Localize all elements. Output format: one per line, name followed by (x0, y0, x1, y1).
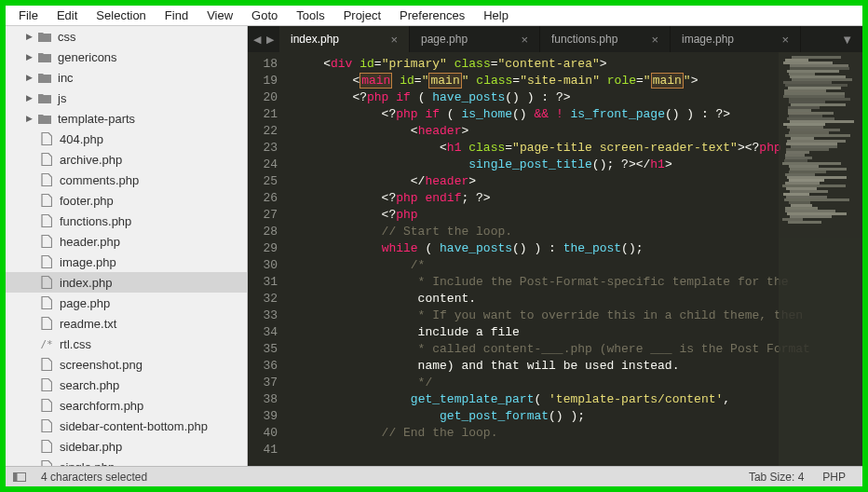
folder-template-parts[interactable]: ▶template-parts (6, 108, 247, 129)
expand-arrow-icon[interactable]: ▶ (26, 32, 37, 41)
file-archive-php[interactable]: archive.php (6, 149, 247, 170)
tab-nav: ◀ ▶ (248, 26, 279, 52)
tree-item-label: genericons (58, 50, 117, 64)
expand-arrow-icon[interactable]: ▶ (26, 73, 37, 82)
menu-view[interactable]: View (197, 7, 242, 24)
file-icon (39, 153, 54, 166)
file-single-php[interactable]: single.php (6, 457, 247, 466)
menu-selection[interactable]: Selection (87, 7, 155, 24)
file-sidebar-php[interactable]: sidebar.php (6, 436, 247, 457)
file-rtl-css[interactable]: /*rtl.css (6, 334, 247, 354)
folder-icon (37, 32, 52, 42)
close-icon[interactable]: × (651, 33, 658, 47)
menu-project[interactable]: Project (334, 7, 390, 24)
tree-item-label: footer.php (60, 194, 114, 208)
tab-nav-back-icon[interactable]: ◀ (253, 34, 261, 46)
tree-item-label: comments.php (60, 173, 139, 187)
tree-item-label: index.php (60, 276, 112, 290)
folder-icon (37, 52, 52, 62)
file-icon (39, 399, 54, 412)
close-icon[interactable]: × (781, 33, 789, 47)
menu-file[interactable]: File (9, 7, 47, 24)
tree-item-label: screenshot.png (60, 358, 142, 372)
menu-edit[interactable]: Edit (47, 7, 87, 24)
file-page-php[interactable]: page.php (6, 293, 247, 313)
tab-nav-forward-icon[interactable]: ▶ (266, 34, 274, 46)
tree-item-label: page.php (60, 296, 110, 310)
menu-goto[interactable]: Goto (242, 7, 287, 24)
tab-index-php[interactable]: index.php× (279, 26, 410, 52)
file-tree[interactable]: ▶css▶genericons▶inc▶js▶template-parts404… (6, 26, 248, 466)
tree-item-label: search.php (60, 378, 119, 392)
tree-item-label: rtl.css (60, 337, 91, 351)
menu-help[interactable]: Help (474, 7, 518, 24)
folder-icon (37, 114, 52, 124)
tree-item-label: sidebar.php (60, 440, 122, 454)
close-icon[interactable]: × (390, 33, 398, 47)
tree-item-label: 404.php (60, 132, 103, 146)
file-screenshot-png[interactable]: screenshot.png (6, 354, 247, 375)
file-readme-txt[interactable]: readme.txt (6, 313, 247, 334)
code-editor[interactable]: <div id="primary" class="content-area"> … (287, 52, 862, 466)
folder-icon (37, 93, 52, 103)
file-icon (39, 132, 54, 145)
tab-label: image.php (682, 33, 734, 46)
tree-item-label: js (58, 91, 66, 105)
file-header-php[interactable]: header.php (6, 231, 247, 252)
status-tabsize[interactable]: Tab Size: 4 (739, 471, 813, 484)
folder-genericons[interactable]: ▶genericons (6, 47, 247, 67)
file-icon (39, 255, 54, 268)
menu-find[interactable]: Find (156, 7, 197, 24)
file-search-php[interactable]: search.php (6, 375, 247, 395)
folder-css[interactable]: ▶css (6, 26, 247, 47)
file-icon (39, 296, 54, 309)
file-icon (39, 173, 54, 186)
tree-item-label: image.php (60, 255, 116, 269)
file-comments-php[interactable]: comments.php (6, 170, 247, 190)
file-index-php[interactable]: index.php (6, 272, 247, 293)
expand-arrow-icon[interactable]: ▶ (26, 52, 37, 62)
file-icon (39, 214, 54, 227)
tab-functions-php[interactable]: functions.php× (540, 26, 671, 52)
tree-item-label: sidebar-content-bottom.php (60, 419, 208, 433)
file-functions-php[interactable]: functions.php (6, 211, 247, 231)
status-syntax[interactable]: PHP (813, 471, 855, 484)
tree-item-label: archive.php (60, 153, 122, 167)
tab-label: functions.php (551, 33, 617, 46)
file-sidebar-content-bottom-php[interactable]: sidebar-content-bottom.php (6, 416, 247, 436)
folder-inc[interactable]: ▶inc (6, 67, 247, 88)
file-icon (39, 235, 54, 248)
menubar: FileEditSelectionFindViewGotoToolsProjec… (6, 6, 862, 26)
tree-item-label: searchform.php (60, 399, 143, 413)
svg-rect-1 (14, 472, 18, 481)
menu-tools[interactable]: Tools (287, 7, 333, 24)
tree-item-label: inc (58, 71, 74, 85)
tab-image-php[interactable]: image.php× (671, 26, 801, 52)
menu-preferences[interactable]: Preferences (390, 7, 474, 24)
file-404-php[interactable]: 404.php (6, 129, 247, 149)
expand-arrow-icon[interactable]: ▶ (26, 93, 37, 102)
status-bar: 4 characters selected Tab Size: 4 PHP (6, 466, 862, 486)
file-image-php[interactable]: image.php (6, 252, 247, 272)
tree-item-label: header.php (60, 235, 120, 249)
file-searchform-php[interactable]: searchform.php (6, 395, 247, 416)
tree-item-label: readme.txt (60, 317, 116, 331)
file-icon: /* (39, 338, 54, 350)
file-icon (39, 440, 54, 453)
status-selection: 4 characters selected (32, 471, 156, 484)
file-icon (39, 276, 54, 289)
file-footer-php[interactable]: footer.php (6, 190, 247, 211)
tab-bar: ◀ ▶ index.php×page.php×functions.php×ima… (248, 26, 862, 52)
file-icon (39, 317, 54, 330)
expand-arrow-icon[interactable]: ▶ (26, 114, 37, 123)
tab-overflow-icon[interactable]: ▼ (832, 26, 862, 52)
close-icon[interactable]: × (521, 33, 528, 47)
file-icon (39, 358, 54, 371)
tab-page-php[interactable]: page.php× (410, 26, 540, 52)
tree-item-label: template-parts (58, 112, 135, 126)
folder-js[interactable]: ▶js (6, 88, 247, 108)
folder-icon (37, 73, 52, 83)
panel-toggle-icon[interactable] (13, 472, 32, 482)
file-icon (39, 194, 54, 207)
tab-label: index.php (291, 33, 339, 46)
